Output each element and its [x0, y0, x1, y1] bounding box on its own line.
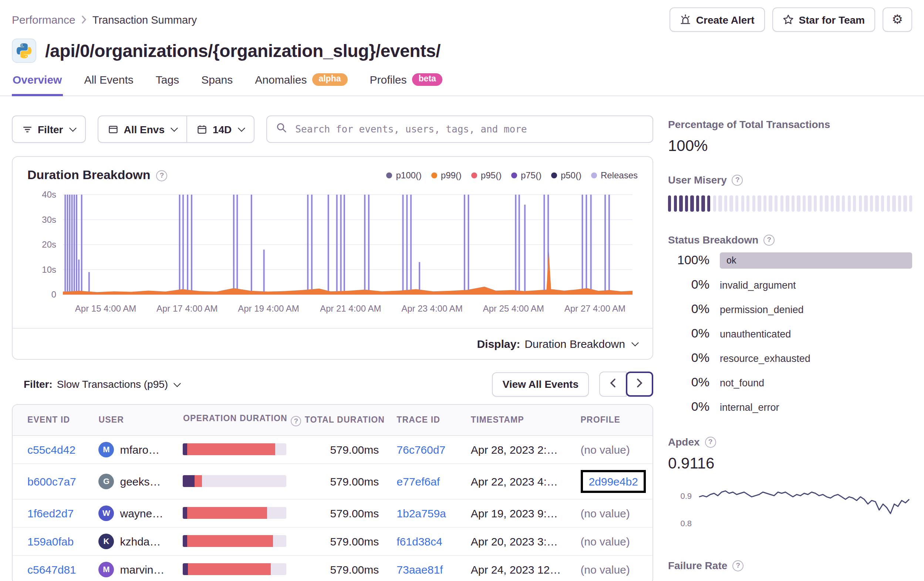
- table-row: 159a0fabKkzhda…579.00msf61d38c4Apr 20, 2…: [13, 527, 652, 556]
- event-id-link[interactable]: b600c7a7: [27, 475, 76, 488]
- help-icon[interactable]: [705, 436, 716, 447]
- slow-transactions-filter-dropdown[interactable]: Filter: Slow Transactions (p95): [12, 374, 186, 394]
- event-id-cell: 159a0fab: [13, 527, 89, 556]
- trace-id-link[interactable]: 1b2a759a: [396, 507, 446, 520]
- column-header-trace-id[interactable]: TRACE ID: [388, 405, 462, 435]
- trace-id-link[interactable]: e77ef6af: [396, 475, 440, 488]
- status-percentage: 0%: [668, 326, 710, 341]
- help-icon[interactable]: [733, 560, 744, 571]
- legend-dot: [511, 172, 517, 179]
- column-header-event-id[interactable]: EVENT ID: [13, 405, 89, 435]
- help-icon[interactable]: [291, 416, 302, 426]
- alpha-badge: alpha: [312, 74, 347, 86]
- misery-tick: [780, 195, 784, 212]
- view-all-events-button[interactable]: View All Events: [492, 372, 589, 396]
- filter-dropdown[interactable]: Filter: [12, 116, 86, 143]
- duration-breakdown-chart[interactable]: 40s30s20s10s0Apr 15 4:00 AMApr 17 4:00 A…: [27, 189, 636, 321]
- tab-all-events[interactable]: All Events: [83, 73, 134, 96]
- legend-item-p75[interactable]: p75(): [511, 170, 541, 180]
- trace-id-cell: f61d38c4: [388, 527, 462, 556]
- svg-text:0: 0: [51, 290, 56, 300]
- tab-anomalies[interactable]: Anomaliesalpha: [254, 73, 348, 96]
- user-name: wayne.…: [120, 507, 165, 520]
- misery-tick: [881, 195, 884, 212]
- profile-id-link[interactable]: 2d99e4b2: [580, 470, 646, 493]
- tab-overview[interactable]: Overview: [12, 73, 63, 96]
- trace-id-link[interactable]: f61d38c4: [396, 535, 442, 548]
- trace-id-cell: e77ef6af: [388, 464, 462, 499]
- tab-label: Anomalies: [255, 73, 307, 86]
- misery-tick: [685, 195, 688, 212]
- user-avatar: G: [98, 474, 114, 489]
- user-cell: Kkzhda…: [98, 534, 165, 549]
- status-percentage: 0%: [668, 351, 710, 366]
- user-cell-wrap: Wwayne.…: [89, 499, 174, 527]
- chevron-down-icon: [631, 339, 639, 346]
- event-id-cell: b600c7a7: [13, 464, 89, 499]
- help-icon[interactable]: [157, 170, 168, 181]
- search-input[interactable]: [294, 123, 644, 136]
- chevron-down-icon: [171, 124, 178, 132]
- chart-title: Duration Breakdown: [27, 168, 150, 183]
- misery-tick: [679, 195, 683, 212]
- column-header-timestamp[interactable]: TIMESTAMP: [462, 405, 572, 435]
- failure-rate-value: 0.12%: [668, 578, 912, 581]
- tab-tags[interactable]: Tags: [155, 73, 180, 96]
- event-id-link[interactable]: 1f6ed2d7: [27, 507, 74, 520]
- table-header-row: EVENT IDUSEROPERATION DURATIONTOTAL DURA…: [13, 405, 652, 435]
- column-header-operation-duration[interactable]: OPERATION DURATION: [174, 405, 296, 435]
- svg-text:Apr 25 4:00 AM: Apr 25 4:00 AM: [483, 303, 544, 313]
- legend-label: p99(): [441, 170, 462, 180]
- misery-tick: [696, 195, 700, 212]
- trace-id-cell: 1b2a759a: [388, 499, 462, 527]
- event-id-link[interactable]: c5647d81: [27, 563, 76, 576]
- svg-text:Apr 19 4:00 AM: Apr 19 4:00 AM: [238, 303, 299, 313]
- misery-tick: [730, 195, 733, 212]
- previous-page-button[interactable]: [599, 372, 627, 397]
- date-range-dropdown[interactable]: 14D: [187, 116, 254, 143]
- event-id-cell: c5647d81: [13, 556, 89, 581]
- trace-id-link[interactable]: 76c760d7: [396, 444, 446, 456]
- event-id-link[interactable]: 159a0fab: [27, 535, 74, 548]
- filter-dropdown-label: Filter: [38, 123, 63, 135]
- operation-duration-cell: [174, 527, 296, 556]
- profile-no-value: (no value): [580, 444, 630, 456]
- profile-no-value: (no value): [580, 507, 630, 520]
- column-header-profile[interactable]: PROFILE: [571, 405, 652, 435]
- tab-spans[interactable]: Spans: [200, 73, 233, 96]
- svg-text:Apr 23 4:00 AM: Apr 23 4:00 AM: [401, 303, 462, 313]
- status-row-unauthenticated: 0%unauthenticated: [668, 324, 912, 343]
- column-header-label: TOTAL DURATION: [305, 415, 385, 424]
- environment-dropdown[interactable]: All Envs: [97, 116, 188, 143]
- star-for-team-button[interactable]: Star for Team: [772, 7, 875, 32]
- duration-breakdown-card: Duration Breakdown p100()p99()p95()p75()…: [12, 156, 653, 360]
- legend-item-p100[interactable]: p100(): [386, 170, 421, 180]
- next-page-button[interactable]: [626, 372, 653, 397]
- legend-item-Releases[interactable]: Releases: [591, 170, 638, 180]
- total-duration-cell: 579.00ms: [296, 435, 388, 464]
- legend-item-p99[interactable]: p99(): [431, 170, 462, 180]
- event-id-link[interactable]: c55c4d42: [27, 444, 76, 456]
- legend-item-p50[interactable]: p50(): [551, 170, 581, 180]
- status-row-not_found: 0%not_found: [668, 373, 912, 392]
- help-icon[interactable]: [764, 234, 775, 245]
- help-icon[interactable]: [732, 174, 743, 185]
- status-breakdown-list: 100%ok0%invalid_argument0%permission_den…: [668, 251, 912, 417]
- svg-text:20s: 20s: [42, 240, 56, 250]
- create-alert-button[interactable]: Create Alert: [670, 7, 765, 32]
- user-name: kzhda…: [120, 535, 160, 548]
- column-header-user[interactable]: USER: [89, 405, 174, 435]
- misery-tick: [837, 195, 840, 212]
- svg-text:Apr 15 4:00 AM: Apr 15 4:00 AM: [75, 303, 136, 313]
- status-label: permission_denied: [720, 304, 804, 315]
- column-header-total-duration[interactable]: TOTAL DURATION: [296, 405, 388, 435]
- status-row-internal_error: 0%internal_error: [668, 397, 912, 417]
- display-dropdown[interactable]: Duration Breakdown: [525, 338, 638, 350]
- misery-tick: [668, 195, 672, 212]
- legend-item-p95[interactable]: p95(): [471, 170, 502, 180]
- breadcrumb-performance[interactable]: Performance: [12, 13, 76, 26]
- settings-button[interactable]: ⚙: [883, 7, 912, 32]
- trace-id-link[interactable]: 73aae81f: [396, 563, 443, 576]
- tab-profiles[interactable]: Profilesbeta: [369, 73, 444, 96]
- operation-duration-cell: [174, 464, 296, 499]
